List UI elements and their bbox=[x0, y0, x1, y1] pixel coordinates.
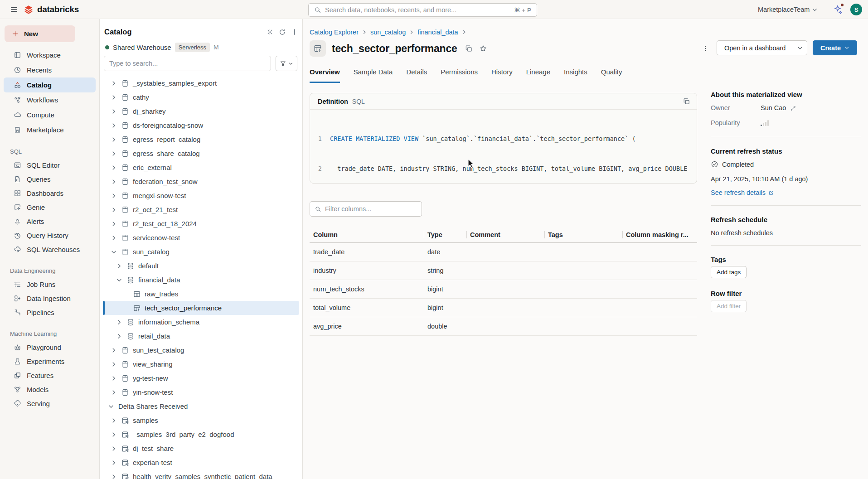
sidebar-item-genie[interactable]: Genie bbox=[4, 200, 96, 214]
tree-item-catalog[interactable]: view_sharing bbox=[103, 357, 299, 371]
sidebar-item-data-ingestion[interactable]: Data Ingestion bbox=[4, 291, 96, 305]
breadcrumb-sun-catalog[interactable]: sun_catalog bbox=[370, 29, 406, 36]
sidebar-item-compute[interactable]: Compute bbox=[4, 107, 96, 122]
breadcrumb-catalog-explorer[interactable]: Catalog Explorer bbox=[310, 29, 359, 36]
chevron-right-icon[interactable] bbox=[111, 165, 117, 171]
chevron-right-icon[interactable] bbox=[111, 431, 117, 438]
tree-item-catalog[interactable]: r2_test_oct_18_2024 bbox=[103, 217, 299, 231]
sidebar-item-sql-editor[interactable]: SQL Editor bbox=[4, 158, 96, 172]
sidebar-item-queries[interactable]: Queries bbox=[4, 172, 96, 186]
tab-sample-data[interactable]: Sample Data bbox=[354, 68, 393, 83]
tree-item-catalog[interactable]: sun_test_catalog bbox=[103, 343, 299, 357]
global-search-input[interactable]: Search data, notebooks, recents, and mor… bbox=[308, 3, 537, 17]
tab-details[interactable]: Details bbox=[406, 68, 427, 83]
hamburger-menu-icon[interactable] bbox=[10, 5, 18, 14]
sidebar-item-experiments[interactable]: Experiments bbox=[4, 354, 96, 368]
edit-owner-pencil-icon[interactable] bbox=[790, 105, 797, 111]
sidebar-item-marketplace[interactable]: Marketplace bbox=[4, 122, 96, 137]
catalog-filter-button[interactable] bbox=[276, 56, 297, 71]
tab-quality[interactable]: Quality bbox=[601, 68, 622, 83]
sidebar-item-workflows[interactable]: Workflows bbox=[4, 92, 96, 107]
chevron-right-icon[interactable] bbox=[111, 474, 117, 479]
tree-item-share[interactable]: _samples_3rd_party_e2_dogfood bbox=[103, 427, 299, 441]
refresh-icon[interactable] bbox=[278, 28, 286, 36]
tree-item-catalog[interactable]: egress_share_catalog bbox=[103, 146, 299, 160]
tree-item-table[interactable]: raw_trades bbox=[103, 287, 299, 301]
copy-name-icon[interactable] bbox=[465, 44, 473, 53]
tree-item-schema-expanded[interactable]: financial_data bbox=[103, 273, 299, 287]
chevron-right-icon[interactable] bbox=[111, 108, 117, 115]
chevron-down-icon[interactable] bbox=[111, 249, 117, 255]
catalog-search-input[interactable]: Type to search... bbox=[104, 56, 271, 71]
chevron-right-icon[interactable] bbox=[111, 80, 117, 87]
tree-item-catalog[interactable]: dj_sharkey bbox=[103, 104, 299, 118]
chevron-right-icon[interactable] bbox=[111, 445, 117, 452]
tree-item-share[interactable]: experian-test bbox=[103, 455, 299, 469]
tree-item-materialized-view-selected[interactable]: tech_sector_performance bbox=[103, 301, 299, 315]
chevron-right-icon[interactable] bbox=[111, 94, 117, 101]
sidebar-item-sql-warehouses[interactable]: SQL Warehouses bbox=[4, 242, 96, 256]
add-filter-button[interactable]: Add filter bbox=[711, 300, 747, 312]
tree-item-catalog[interactable]: yin-snow-test bbox=[103, 385, 299, 399]
sidebar-item-serving[interactable]: Serving bbox=[4, 397, 96, 411]
tree-item-schema[interactable]: information_schema bbox=[103, 315, 299, 329]
tree-item-share[interactable]: health_verity_samples_synthetic_patient_… bbox=[103, 469, 299, 479]
tree-item-schema[interactable]: default bbox=[103, 259, 299, 273]
filter-columns-input[interactable]: Filter columns... bbox=[310, 201, 422, 217]
sidebar-item-query-history[interactable]: Query History bbox=[4, 228, 96, 242]
chevron-right-icon[interactable] bbox=[111, 375, 117, 382]
databricks-logo[interactable]: databricks bbox=[24, 5, 79, 15]
tree-item-catalog[interactable]: _systables_samples_export bbox=[103, 76, 299, 90]
chevron-right-icon[interactable] bbox=[111, 122, 117, 129]
tree-item-catalog[interactable]: r2_oct_21_test bbox=[103, 203, 299, 217]
sidebar-item-models[interactable]: Models bbox=[4, 382, 96, 397]
sidebar-item-workspace[interactable]: Workspace bbox=[4, 48, 96, 63]
add-tags-button[interactable]: Add tags bbox=[711, 266, 747, 278]
chevron-right-icon[interactable] bbox=[111, 207, 117, 213]
chevron-right-icon[interactable] bbox=[111, 193, 117, 199]
chevron-down-icon[interactable] bbox=[108, 403, 114, 410]
tree-item-schema[interactable]: retail_data bbox=[103, 329, 299, 343]
tree-item-catalog[interactable]: eric_external bbox=[103, 160, 299, 174]
breadcrumb-financial-data[interactable]: financial_data bbox=[417, 29, 458, 36]
see-refresh-details-link[interactable]: See refresh details bbox=[711, 189, 774, 196]
chevron-down-icon[interactable] bbox=[116, 277, 122, 283]
tab-lineage[interactable]: Lineage bbox=[526, 68, 550, 83]
more-actions-kebab[interactable] bbox=[699, 43, 711, 54]
tree-section-delta-shares[interactable]: Delta Shares Received bbox=[103, 399, 299, 413]
tab-overview[interactable]: Overview bbox=[310, 68, 340, 83]
sidebar-item-pipelines[interactable]: Pipelines bbox=[4, 305, 96, 319]
chevron-right-icon[interactable] bbox=[111, 361, 117, 368]
tree-item-catalog[interactable]: servicenow-test bbox=[103, 231, 299, 245]
favorite-star-icon[interactable] bbox=[479, 44, 487, 53]
tree-item-share[interactable]: samples bbox=[103, 413, 299, 427]
tab-permissions[interactable]: Permissions bbox=[441, 68, 478, 83]
new-button[interactable]: New bbox=[5, 25, 75, 42]
warehouse-selector[interactable]: Shared Warehouse Serverless M bbox=[105, 42, 219, 53]
tab-insights[interactable]: Insights bbox=[564, 68, 587, 83]
chevron-right-icon[interactable] bbox=[111, 221, 117, 227]
chevron-right-icon[interactable] bbox=[111, 136, 117, 143]
chevron-right-icon[interactable] bbox=[111, 235, 117, 241]
gear-icon[interactable] bbox=[266, 28, 274, 36]
tree-item-catalog[interactable]: yg-test-new bbox=[103, 371, 299, 385]
tab-history[interactable]: History bbox=[491, 68, 513, 83]
copy-sql-icon[interactable] bbox=[683, 97, 690, 105]
tree-item-catalog-expanded[interactable]: sun_catalog bbox=[103, 245, 299, 259]
sidebar-item-playground[interactable]: Playground bbox=[4, 340, 96, 354]
add-catalog-icon[interactable] bbox=[291, 28, 298, 36]
tree-item-catalog[interactable]: federation_test_snow bbox=[103, 174, 299, 189]
chevron-right-icon[interactable] bbox=[116, 333, 122, 339]
sidebar-item-recents[interactable]: Recents bbox=[4, 63, 96, 77]
sidebar-item-dashboards[interactable]: Dashboards bbox=[4, 186, 96, 200]
chevron-right-icon[interactable] bbox=[111, 347, 117, 353]
sidebar-item-features[interactable]: Features bbox=[4, 368, 96, 382]
chevron-right-icon[interactable] bbox=[111, 179, 117, 185]
chevron-right-icon[interactable] bbox=[111, 417, 117, 424]
sidebar-item-alerts[interactable]: Alerts bbox=[4, 214, 96, 228]
tree-item-share[interactable]: dj_test_share bbox=[103, 441, 299, 455]
chevron-right-icon[interactable] bbox=[111, 389, 117, 396]
tree-item-catalog[interactable]: mengxi-snow-test bbox=[103, 189, 299, 203]
tree-item-catalog[interactable]: egress_report_catalog bbox=[103, 132, 299, 146]
workspace-switcher[interactable]: MarketplaceTeam bbox=[758, 6, 818, 13]
